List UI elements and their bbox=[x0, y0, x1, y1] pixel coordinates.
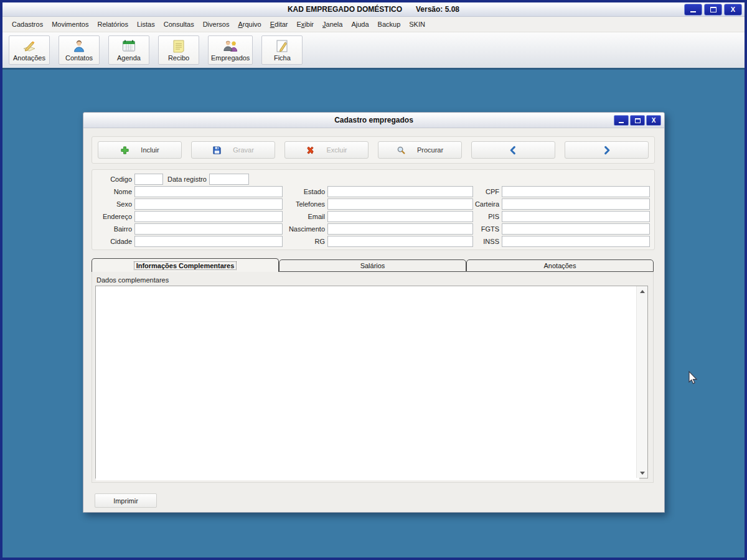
search-icon bbox=[397, 146, 406, 155]
menu-item-movimentos[interactable]: Movimentos bbox=[47, 19, 93, 30]
data-registro-label: Data registro bbox=[166, 174, 207, 185]
toolbar-button-anotacoes[interactable]: Anotações bbox=[9, 35, 50, 65]
inss-input[interactable] bbox=[502, 236, 650, 247]
delete-x-icon bbox=[306, 146, 315, 155]
note-icon bbox=[171, 39, 187, 54]
cpf-input[interactable] bbox=[502, 186, 650, 197]
tab-strip: Informações Complementares Salários Anot… bbox=[92, 258, 654, 272]
menu-item-ajuda[interactable]: Ajuda bbox=[347, 19, 373, 30]
close-icon: X bbox=[652, 118, 656, 124]
menu-item-editar[interactable]: Editar bbox=[266, 19, 293, 30]
menu-item-relatorios[interactable]: Relatórios bbox=[93, 19, 133, 30]
telefones-label: Telefones bbox=[276, 198, 325, 210]
dialog-close-button[interactable]: X bbox=[646, 115, 661, 126]
telefones-input[interactable] bbox=[327, 198, 473, 210]
menu-item-consultas[interactable]: Consultas bbox=[159, 19, 199, 30]
arrow-down-icon bbox=[640, 472, 645, 475]
dialog-maximize-button[interactable] bbox=[630, 115, 645, 126]
toolbar-button-recibo[interactable]: Recibo bbox=[158, 35, 199, 65]
person-icon bbox=[71, 39, 87, 54]
maximize-icon bbox=[710, 7, 716, 12]
menu-item-cadastros[interactable]: Cadastros bbox=[7, 19, 47, 30]
menu-item-diversos[interactable]: Diversos bbox=[199, 19, 234, 30]
menu-item-skin[interactable]: SKIN bbox=[405, 19, 430, 30]
codigo-input[interactable] bbox=[134, 174, 163, 185]
menu-item-exibir[interactable]: Exibir bbox=[293, 19, 319, 30]
fgts-input[interactable] bbox=[502, 223, 650, 235]
dialog-title: Cadastro empregados bbox=[334, 116, 413, 124]
dados-complementares-memo bbox=[95, 286, 648, 478]
menu-bar: Cadastros Movimentos Relatórios Listas C… bbox=[2, 17, 745, 32]
maximize-icon bbox=[635, 118, 641, 123]
cidade-label: Cidade bbox=[92, 236, 132, 247]
pis-label: PIS bbox=[463, 211, 499, 222]
nascimento-input[interactable] bbox=[327, 223, 473, 235]
tab-page-informacoes-complementares: Dados complementares bbox=[92, 272, 654, 483]
dialog-minimize-button[interactable] bbox=[614, 115, 629, 126]
gravar-button[interactable]: Gravar bbox=[191, 141, 275, 159]
window-controls: X bbox=[684, 4, 742, 16]
nome-input[interactable] bbox=[134, 186, 283, 197]
sexo-input[interactable] bbox=[134, 198, 283, 210]
menu-item-backup[interactable]: Backup bbox=[374, 19, 405, 30]
endereco-input[interactable] bbox=[134, 211, 283, 222]
memo-scrollbar[interactable] bbox=[636, 286, 647, 478]
chevron-left-icon bbox=[509, 146, 518, 155]
dialog-body: Incluir Gravar Excluir Procurar bbox=[83, 128, 664, 513]
tab-informacoes-complementares[interactable]: Informações Complementares bbox=[92, 258, 279, 272]
dialog-titlebar[interactable]: Cadastro empregados X bbox=[83, 113, 664, 128]
toolbar-button-ficha[interactable]: Ficha bbox=[261, 35, 303, 65]
previous-record-button[interactable] bbox=[471, 141, 555, 159]
menu-item-janela[interactable]: Janela bbox=[318, 19, 347, 30]
rg-input[interactable] bbox=[327, 236, 473, 247]
dados-complementares-textarea[interactable] bbox=[96, 286, 639, 480]
arrow-up-icon bbox=[640, 290, 645, 293]
toolbar: Anotações Contatos Agenda Recibo Emprega… bbox=[2, 32, 745, 68]
carteira-label: Carteira bbox=[463, 198, 499, 210]
next-record-button[interactable] bbox=[565, 141, 649, 159]
employee-form-panel: Codigo Data registro Nome Sexo Endereço … bbox=[92, 169, 655, 250]
save-icon bbox=[212, 146, 222, 155]
bairro-input[interactable] bbox=[134, 223, 283, 235]
people-icon bbox=[222, 39, 238, 54]
pis-input[interactable] bbox=[502, 211, 650, 222]
toolbar-button-empregados[interactable]: Empregados bbox=[208, 35, 253, 65]
scroll-down-button[interactable] bbox=[637, 468, 647, 478]
minimize-button[interactable] bbox=[684, 4, 702, 16]
menu-item-arquivo[interactable]: Arquivo bbox=[233, 19, 265, 30]
maximize-button[interactable] bbox=[704, 4, 722, 16]
scroll-up-button[interactable] bbox=[637, 286, 647, 296]
carteira-input[interactable] bbox=[502, 198, 650, 210]
codigo-label: Codigo bbox=[92, 174, 132, 185]
app-version: Versão: 5.08 bbox=[416, 5, 459, 14]
estado-input[interactable] bbox=[327, 186, 473, 197]
actions-panel: Incluir Gravar Excluir Procurar bbox=[92, 136, 655, 164]
menu-item-listas[interactable]: Listas bbox=[133, 19, 159, 30]
incluir-button[interactable]: Incluir bbox=[98, 141, 182, 159]
application-window: KAD EMPREGADO DOMÉSTICO Versão: 5.08 X C… bbox=[0, 0, 747, 560]
close-icon: X bbox=[731, 6, 735, 13]
toolbar-button-contatos[interactable]: Contatos bbox=[59, 35, 100, 65]
close-button[interactable]: X bbox=[724, 4, 742, 16]
cidade-input[interactable] bbox=[134, 236, 283, 247]
tab-anotacoes[interactable]: Anotações bbox=[466, 259, 654, 272]
calendar-icon bbox=[121, 39, 137, 54]
minimize-icon bbox=[619, 122, 624, 123]
email-input[interactable] bbox=[327, 211, 473, 222]
main-titlebar[interactable]: KAD EMPREGADO DOMÉSTICO Versão: 5.08 X bbox=[2, 2, 745, 17]
sexo-label: Sexo bbox=[92, 198, 132, 210]
nome-label: Nome bbox=[92, 186, 132, 197]
imprimir-button[interactable]: Imprimir bbox=[95, 493, 157, 508]
document-pencil-icon bbox=[274, 39, 290, 54]
toolbar-button-agenda[interactable]: Agenda bbox=[108, 35, 149, 65]
tab-salarios[interactable]: Salários bbox=[279, 259, 466, 272]
email-label: Email bbox=[276, 211, 325, 222]
cadastro-empregados-dialog: Cadastro empregados X Incluir Gra bbox=[83, 112, 665, 513]
excluir-button[interactable]: Excluir bbox=[284, 141, 369, 159]
procurar-button[interactable]: Procurar bbox=[378, 141, 462, 159]
endereco-label: Endereço bbox=[92, 211, 132, 222]
data-registro-input[interactable] bbox=[209, 174, 249, 185]
estado-label: Estado bbox=[276, 186, 325, 197]
note-pencil-icon bbox=[21, 39, 37, 54]
minimize-icon bbox=[690, 11, 696, 12]
